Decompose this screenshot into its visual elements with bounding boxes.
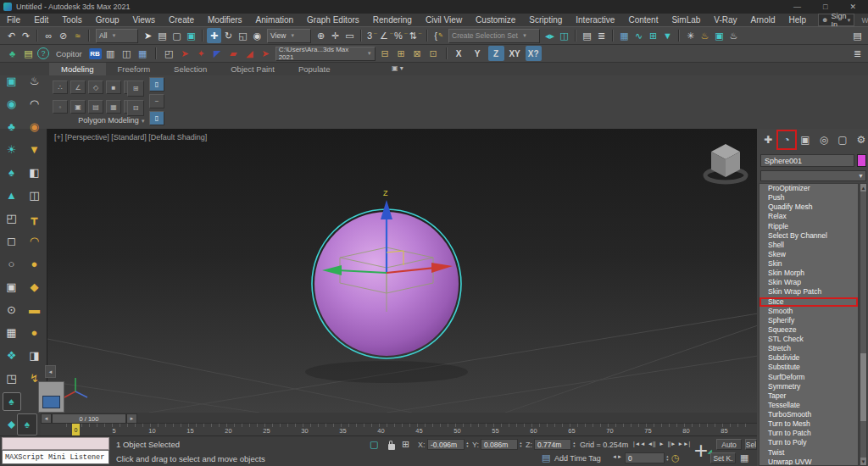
ribbon-tab-freeform[interactable]: Freeform	[106, 63, 163, 75]
scroll-down-icon[interactable]: ▼	[860, 458, 866, 465]
select-and-move-icon[interactable]: ✚	[207, 28, 221, 43]
poly-tool-button-1[interactable]: ◦	[53, 100, 68, 114]
modifier-item[interactable]: Slice	[760, 297, 858, 307]
scroll-up-icon[interactable]: ▲	[860, 184, 866, 191]
film-camera-icon[interactable]: ◫	[29, 188, 39, 203]
modifier-item[interactable]: Relax	[760, 212, 858, 221]
modify-tab-icon[interactable]: ◔	[779, 132, 794, 147]
utilities-tab-icon[interactable]: ⚙	[854, 132, 868, 147]
help-icon[interactable]: ?	[37, 47, 49, 59]
plugin-icon-3[interactable]: ◤	[210, 46, 225, 61]
teapot-icon[interactable]: ♨	[30, 74, 40, 89]
playback-button[interactable]: ►►|	[678, 438, 691, 449]
maximize-button[interactable]: □	[823, 3, 827, 11]
toggle-scene-explorer-icon[interactable]: ▤	[580, 28, 594, 43]
menu-item[interactable]: V-Ray	[707, 14, 743, 26]
toggle-layer-explorer-icon[interactable]: ≣	[594, 28, 609, 43]
pin-stack-button[interactable]: ▯	[149, 77, 164, 92]
display-tab-icon[interactable]: ▢	[835, 132, 850, 147]
redo-icon[interactable]: ↷	[19, 28, 33, 43]
tweak-mode-button[interactable]: ⊟	[127, 100, 144, 116]
undo-icon[interactable]: ↶	[4, 28, 19, 43]
scene-camera-icon[interactable]: ▣	[6, 74, 16, 89]
dome-light-icon[interactable]: ◠	[30, 234, 39, 249]
selection-filter-select[interactable]: All ▼	[96, 29, 138, 43]
ribbon-tab-modeling[interactable]: Modeling	[49, 63, 106, 75]
flame-icon[interactable]: ♠	[3, 392, 21, 411]
modifier-list-dropdown[interactable]: ▼	[760, 170, 866, 181]
playback-button[interactable]: ►	[658, 438, 666, 449]
y-spinner[interactable]	[518, 439, 524, 450]
script-folder-icon-2[interactable]: ⊞	[394, 46, 409, 61]
modifier-item[interactable]: Smooth	[760, 307, 858, 316]
viewport-layout-tab[interactable]	[38, 381, 64, 413]
spotlight-icon[interactable]: ▼	[29, 142, 40, 158]
tree-card-icon[interactable]: ◻	[7, 234, 16, 249]
x-coord-field[interactable]: -0.096m	[427, 439, 465, 450]
modifier-item[interactable]: Squeeze	[760, 325, 858, 335]
modifier-item[interactable]: Spherify	[760, 316, 858, 325]
menu-item[interactable]: Views	[126, 14, 163, 26]
cube-tool-icon[interactable]: ◨	[29, 348, 39, 363]
x-spinner[interactable]	[465, 439, 470, 450]
axis-constraint-y-button[interactable]: Y	[470, 46, 486, 61]
modifier-item[interactable]: Stretch	[760, 344, 858, 353]
polygon-mode-button[interactable]: ■	[106, 80, 121, 94]
border-mode-button[interactable]: ◇	[88, 80, 103, 94]
spinner-snap-icon[interactable]: ⇅	[409, 28, 423, 43]
menu-item[interactable]: Scripting	[522, 14, 569, 26]
playback-button[interactable]: ||►	[668, 438, 676, 449]
minimize-button[interactable]: —	[793, 3, 801, 11]
poly-tool-button-3[interactable]: ▤	[88, 100, 103, 114]
select-by-name-icon[interactable]: ▤	[155, 28, 170, 43]
camera-box-icon[interactable]: ◧	[29, 165, 39, 180]
project-path-select[interactable]: C:\Users\Ara...3ds Max 2021 ▼	[275, 47, 376, 61]
sphere-light-icon[interactable]: ●	[31, 257, 38, 272]
snaps-toggle-icon[interactable]: 3	[365, 28, 380, 43]
droplet-icon[interactable]: ⬥	[8, 417, 15, 432]
ribbon-minimize-icon[interactable]: ▣ ▾	[392, 64, 403, 72]
film-strip-icon[interactable]: ▥	[103, 46, 118, 61]
modifier-item[interactable]: Taper	[760, 391, 858, 401]
hierarchy-tab-icon[interactable]: ▣	[798, 132, 813, 147]
frame-step-icons[interactable]: ◄►	[612, 454, 622, 459]
menu-item[interactable]: Create	[162, 14, 201, 26]
axis-constraint-x-button[interactable]: X	[451, 46, 467, 61]
modifier-list-scrollbar[interactable]: ▲ ▼	[860, 183, 867, 466]
modifier-item[interactable]: Select By Channel	[760, 231, 858, 241]
plugin-icon-4[interactable]: ▰	[226, 46, 241, 61]
collapse-stack-button[interactable]: −	[149, 94, 164, 108]
modifier-item[interactable]: Turn to Patch	[760, 429, 858, 438]
render-flyout-icon[interactable]: ✳	[683, 28, 698, 43]
modifier-item[interactable]: Substitute	[760, 363, 858, 372]
z-coord-field[interactable]: 0.774m	[534, 439, 571, 450]
z-spinner[interactable]	[571, 439, 577, 450]
key-mode-clock-icon[interactable]: ◷	[671, 452, 680, 463]
modifier-item[interactable]: STL Check	[760, 335, 858, 344]
menu-item[interactable]: Animation	[249, 14, 300, 26]
plugin-icon-5[interactable]: ◢	[242, 46, 257, 61]
menu-item[interactable]: Content	[621, 14, 665, 26]
script-folder-icon-4[interactable]: ⊡	[426, 46, 441, 61]
close-button[interactable]: ✕	[849, 3, 856, 11]
material-editor-icon[interactable]: ▼	[660, 28, 675, 43]
modify-mode-button[interactable]: ⊞	[127, 80, 144, 97]
menu-item[interactable]: Help	[782, 14, 813, 26]
script-folder-icon-3[interactable]: ⊠	[410, 46, 425, 61]
maxscript-output-field[interactable]	[2, 437, 109, 450]
viewport-label[interactable]: [+] [Perspective] [Standard] [Default Sh…	[54, 133, 207, 141]
modifier-item[interactable]: Turn to Poly	[760, 438, 858, 447]
toolbar-overflow-icon[interactable]: ▤	[850, 28, 865, 43]
window-tool-icon[interactable]: ◫	[120, 46, 134, 61]
menu-item[interactable]: Edit	[27, 14, 55, 26]
menu-item[interactable]: Graph Editors	[300, 14, 366, 26]
photo-stack-icon[interactable]: ▣	[6, 280, 16, 295]
modifier-item[interactable]: Skin Morph	[760, 269, 858, 278]
playback-button[interactable]: ◄||	[648, 438, 656, 449]
time-spinner[interactable]	[665, 452, 670, 463]
isolate-selection-icon[interactable]: ▢	[370, 439, 378, 450]
axis-constraint-z-button[interactable]: Z	[488, 46, 504, 61]
pumpkin-icon[interactable]: ◉	[30, 119, 39, 135]
modifier-item[interactable]: ProOptimizer	[760, 184, 858, 193]
modifier-item[interactable]: SurfDeform	[760, 373, 858, 382]
